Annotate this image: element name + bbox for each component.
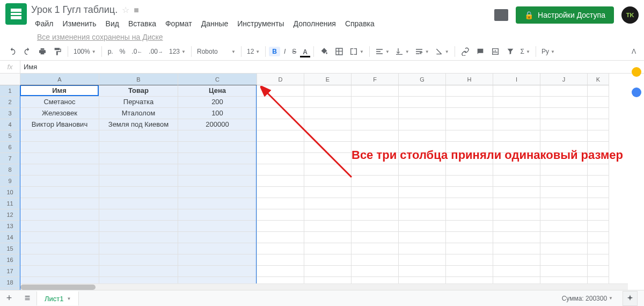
row-header[interactable]: 18 bbox=[0, 277, 20, 288]
cell[interactable] bbox=[304, 221, 352, 232]
cell[interactable] bbox=[257, 130, 304, 142]
comment-icon[interactable] bbox=[473, 45, 487, 58]
cell[interactable] bbox=[588, 209, 609, 221]
cell[interactable] bbox=[178, 142, 257, 153]
cell[interactable] bbox=[99, 164, 178, 176]
increase-decimal-button[interactable]: .00→ bbox=[146, 46, 166, 57]
col-header-B[interactable]: B bbox=[99, 74, 178, 85]
font-size-dropdown[interactable]: 12▼ bbox=[245, 47, 262, 56]
cell[interactable] bbox=[399, 232, 446, 243]
redo-icon[interactable] bbox=[20, 45, 34, 58]
input-lang-dropdown[interactable]: Ру▼ bbox=[539, 47, 557, 56]
cell[interactable] bbox=[493, 198, 540, 209]
cell[interactable] bbox=[304, 108, 352, 119]
h-align-dropdown[interactable]: ▼ bbox=[373, 46, 392, 57]
cell[interactable] bbox=[178, 176, 257, 187]
cell[interactable] bbox=[304, 97, 352, 108]
print-icon[interactable] bbox=[35, 45, 49, 58]
italic-button[interactable]: I bbox=[281, 46, 288, 57]
link-icon[interactable] bbox=[458, 45, 472, 58]
col-header-A[interactable]: A bbox=[20, 74, 99, 85]
cell[interactable] bbox=[257, 142, 304, 153]
decrease-decimal-button[interactable]: .0← bbox=[129, 46, 145, 57]
cell[interactable] bbox=[352, 266, 399, 277]
sheet-menu-icon[interactable]: ▼ bbox=[67, 296, 71, 301]
keep-icon[interactable] bbox=[632, 67, 641, 77]
cell[interactable] bbox=[493, 266, 540, 277]
cell[interactable] bbox=[178, 164, 257, 176]
menu-data[interactable]: Данные bbox=[197, 18, 232, 30]
cell[interactable] bbox=[20, 153, 99, 164]
menu-view[interactable]: Вид bbox=[102, 18, 123, 30]
cell[interactable] bbox=[99, 243, 178, 254]
cell[interactable]: Товар bbox=[99, 85, 178, 97]
wrap-dropdown[interactable]: ▼ bbox=[413, 46, 431, 57]
cell[interactable] bbox=[588, 221, 609, 232]
cell[interactable] bbox=[304, 254, 352, 266]
cell[interactable] bbox=[304, 232, 352, 243]
row-header[interactable]: 16 bbox=[0, 254, 20, 266]
cell[interactable] bbox=[257, 243, 304, 254]
cell[interactable] bbox=[493, 187, 540, 198]
cell[interactable] bbox=[540, 130, 588, 142]
cell[interactable] bbox=[446, 198, 493, 209]
cell[interactable]: Цена bbox=[178, 85, 257, 97]
cell[interactable] bbox=[588, 130, 609, 142]
cell[interactable]: Виктор Иванович bbox=[20, 119, 99, 130]
row-header[interactable]: 14 bbox=[0, 232, 20, 243]
cell[interactable]: Земля под Киевом bbox=[99, 119, 178, 130]
cell[interactable] bbox=[20, 243, 99, 254]
cell[interactable] bbox=[20, 209, 99, 221]
cell[interactable] bbox=[304, 85, 352, 97]
col-header-F[interactable]: F bbox=[352, 74, 399, 85]
cell[interactable] bbox=[352, 176, 399, 187]
cell[interactable] bbox=[540, 254, 588, 266]
cell[interactable] bbox=[352, 243, 399, 254]
cell[interactable] bbox=[540, 176, 588, 187]
h-scrollbar-thumb[interactable] bbox=[20, 285, 96, 290]
rotate-dropdown[interactable]: ▼ bbox=[433, 46, 451, 57]
row-header[interactable]: 6 bbox=[0, 142, 20, 153]
cell[interactable] bbox=[399, 198, 446, 209]
cell[interactable] bbox=[399, 243, 446, 254]
cell[interactable] bbox=[588, 97, 609, 108]
cell[interactable] bbox=[399, 97, 446, 108]
cell[interactable] bbox=[352, 187, 399, 198]
cell[interactable] bbox=[540, 97, 588, 108]
cell[interactable]: Имя bbox=[20, 85, 99, 97]
cell[interactable] bbox=[352, 198, 399, 209]
cell[interactable] bbox=[99, 254, 178, 266]
row-header[interactable]: 13 bbox=[0, 221, 20, 232]
cell[interactable] bbox=[20, 142, 99, 153]
sheet-tab[interactable]: Лист1 ▼ bbox=[36, 291, 79, 305]
cell[interactable] bbox=[446, 85, 493, 97]
save-status[interactable]: Все изменения сохранены на Диске bbox=[33, 31, 167, 43]
cell[interactable] bbox=[540, 164, 588, 176]
cell[interactable] bbox=[399, 209, 446, 221]
cell[interactable] bbox=[257, 164, 304, 176]
merge-cells-dropdown[interactable]: ▼ bbox=[347, 46, 366, 57]
star-icon[interactable]: ☆ bbox=[122, 5, 129, 15]
cell[interactable] bbox=[304, 198, 352, 209]
cell[interactable] bbox=[493, 176, 540, 187]
cell[interactable] bbox=[399, 221, 446, 232]
cell[interactable] bbox=[20, 266, 99, 277]
cell[interactable] bbox=[352, 97, 399, 108]
col-header-G[interactable]: G bbox=[399, 74, 446, 85]
cell[interactable] bbox=[99, 198, 178, 209]
cell[interactable] bbox=[588, 254, 609, 266]
cell[interactable] bbox=[399, 266, 446, 277]
cell[interactable] bbox=[493, 108, 540, 119]
cell[interactable] bbox=[493, 130, 540, 142]
cell[interactable] bbox=[20, 187, 99, 198]
menu-file[interactable]: Файл bbox=[31, 18, 57, 30]
cell[interactable] bbox=[178, 130, 257, 142]
cell[interactable] bbox=[352, 254, 399, 266]
cell[interactable] bbox=[257, 108, 304, 119]
cell[interactable] bbox=[352, 221, 399, 232]
cell[interactable] bbox=[446, 266, 493, 277]
menu-addons[interactable]: Дополнения bbox=[290, 18, 340, 30]
row-header[interactable]: 11 bbox=[0, 198, 20, 209]
borders-icon[interactable] bbox=[332, 45, 346, 58]
cell[interactable] bbox=[446, 119, 493, 130]
